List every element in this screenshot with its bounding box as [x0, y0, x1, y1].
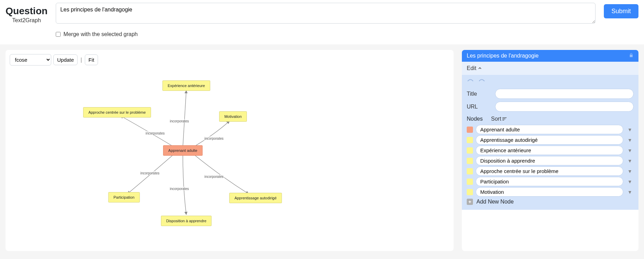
- redo-icon[interactable]: [478, 78, 485, 84]
- graph-node[interactable]: Motivation: [219, 111, 247, 122]
- edge-label: incorporates: [204, 137, 224, 140]
- node-item: ▼: [467, 177, 634, 186]
- layout-select[interactable]: fcose: [10, 54, 51, 66]
- title-input[interactable]: [495, 89, 634, 99]
- chevron-down-icon[interactable]: ▼: [626, 189, 634, 195]
- undo-icon[interactable]: [467, 78, 474, 84]
- url-input[interactable]: [495, 102, 634, 112]
- chevron-down-icon[interactable]: ▼: [626, 179, 634, 184]
- edge-label: incorporates: [169, 187, 189, 191]
- nodes-label: Nodes: [467, 116, 483, 122]
- node-color[interactable]: [467, 189, 473, 195]
- lock-icon: [629, 53, 634, 59]
- node-item: ▼: [467, 125, 634, 134]
- node-label-input[interactable]: [476, 177, 623, 186]
- side-title: Les principes de l'andragogie: [467, 53, 539, 59]
- graph-panel: fcose Update | Fit: [6, 50, 454, 251]
- edge-label: incorporates: [204, 175, 224, 179]
- toolbar-separator: |: [80, 57, 82, 63]
- fit-button[interactable]: Fit: [85, 54, 98, 65]
- node-item: ▼: [467, 135, 634, 145]
- node-color[interactable]: [467, 168, 473, 174]
- title-label: Title: [467, 91, 491, 97]
- node-label-input[interactable]: [476, 146, 623, 155]
- node-item: ▼: [467, 156, 634, 165]
- chevron-down-icon[interactable]: ▼: [626, 127, 634, 132]
- submit-button[interactable]: Submit: [604, 4, 638, 18]
- graph-node[interactable]: Expérience antérieure: [162, 80, 210, 91]
- node-color[interactable]: [467, 179, 473, 185]
- plus-icon: +: [467, 199, 473, 205]
- edge-label: incorporates: [140, 171, 160, 175]
- node-item: ▼: [467, 146, 634, 155]
- node-label-input[interactable]: [476, 187, 623, 197]
- merge-label[interactable]: Merge with the selected graph: [63, 31, 137, 37]
- chevron-down-icon[interactable]: ▼: [626, 148, 634, 153]
- edge-label: incorporates: [169, 119, 189, 123]
- add-node-button[interactable]: + Add New Node: [467, 199, 634, 205]
- node-label-input[interactable]: [476, 156, 623, 165]
- edit-toggle[interactable]: Edit: [462, 62, 638, 75]
- url-label: URL: [467, 104, 491, 110]
- node-item: ▼: [467, 187, 634, 197]
- node-color[interactable]: [467, 137, 473, 143]
- sort-icon: [502, 117, 507, 121]
- edge-label: incorporates: [145, 131, 165, 135]
- graph-node[interactable]: Approche centrée sur le problème: [83, 107, 151, 118]
- chevron-down-icon[interactable]: ▼: [626, 158, 634, 164]
- graph-node[interactable]: Apprentissage autodirigé: [229, 193, 282, 203]
- side-panel: Les principes de l'andragogie Edit Title…: [462, 50, 638, 251]
- chevron-down-icon[interactable]: ▼: [626, 169, 634, 174]
- node-color[interactable]: [467, 158, 473, 164]
- graph-node-center[interactable]: Apprenant adulte: [163, 145, 203, 156]
- question-subtitle: Text2Graph: [6, 17, 47, 24]
- node-item: ▼: [467, 166, 634, 176]
- graph-node[interactable]: Participation: [108, 192, 140, 202]
- sort-button[interactable]: Sort: [491, 116, 507, 122]
- graph-canvas[interactable]: Apprenant adulte Expérience antérieure A…: [10, 66, 449, 246]
- node-label-input[interactable]: [476, 125, 623, 134]
- node-label-input[interactable]: [476, 135, 623, 145]
- merge-checkbox[interactable]: [56, 32, 61, 37]
- question-input[interactable]: [56, 3, 596, 24]
- node-label-input[interactable]: [476, 166, 623, 176]
- chevron-down-icon[interactable]: ▼: [626, 137, 634, 143]
- question-title: Question: [6, 6, 47, 17]
- node-color[interactable]: [467, 127, 473, 133]
- chevron-up-icon: [478, 66, 482, 70]
- node-color[interactable]: [467, 147, 473, 154]
- graph-node[interactable]: Disposition à apprendre: [161, 216, 212, 226]
- update-button[interactable]: Update: [53, 54, 78, 65]
